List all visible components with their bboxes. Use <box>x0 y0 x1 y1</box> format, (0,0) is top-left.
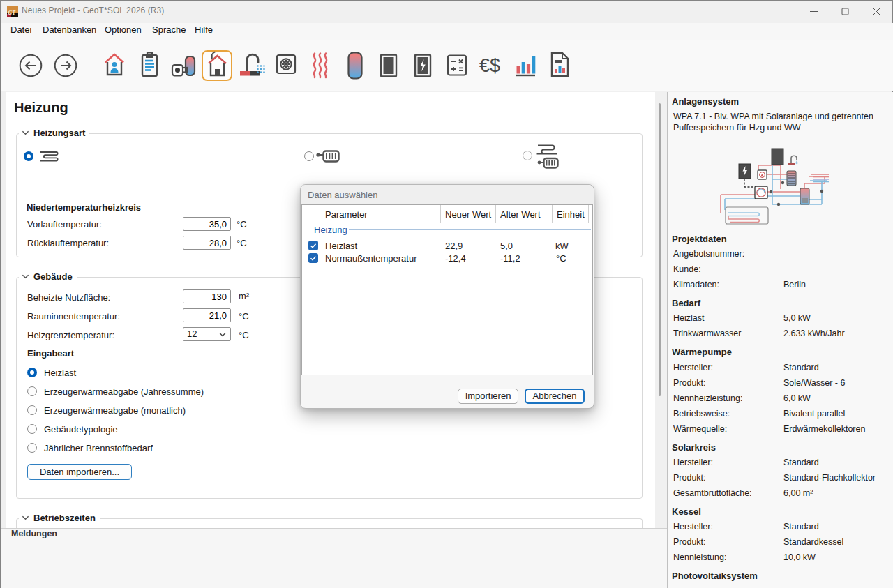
svg-text:GT: GT <box>8 10 17 16</box>
svg-text:€$: €$ <box>479 55 500 76</box>
